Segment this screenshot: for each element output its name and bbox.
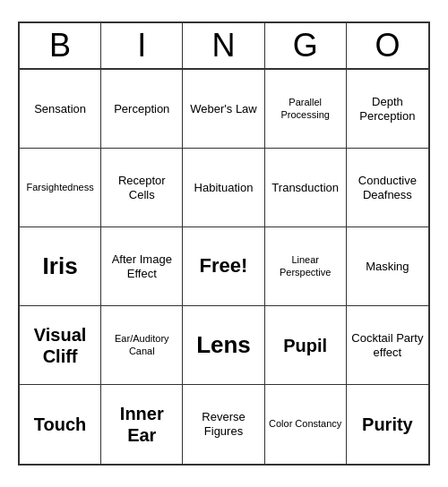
cell-2-3: Linear Perspective: [265, 227, 347, 306]
cell-3-2: Lens: [183, 306, 264, 385]
cell-2-1: After Image Effect: [101, 227, 183, 306]
cell-3-3: Pupil: [265, 306, 347, 385]
cell-0-4: Depth Perception: [347, 70, 428, 149]
cell-2-2: Free!: [183, 227, 264, 306]
cell-3-1: Ear/Auditory Canal: [101, 306, 183, 385]
cell-0-1: Perception: [101, 70, 183, 149]
bingo-letter-g: G: [265, 23, 347, 68]
cell-2-4: Masking: [347, 227, 428, 306]
cell-4-2: Reverse Figures: [183, 385, 264, 464]
cell-0-3: Parallel Processing: [265, 70, 347, 149]
cell-1-0: Farsightedness: [20, 149, 101, 227]
bingo-letter-n: N: [183, 23, 264, 68]
cell-4-0: Touch: [20, 385, 101, 464]
cell-0-2: Weber's Law: [183, 70, 264, 149]
bingo-letter-i: I: [101, 23, 183, 68]
cell-3-4: Cocktail Party effect: [347, 306, 428, 385]
cell-1-1: Receptor Cells: [101, 149, 183, 227]
cell-4-4: Purity: [347, 385, 428, 464]
bingo-letter-o: O: [347, 23, 428, 68]
cell-3-0: Visual Cliff: [20, 306, 101, 385]
cell-1-2: Habituation: [183, 149, 264, 227]
cell-0-0: Sensation: [20, 70, 101, 149]
bingo-grid: SensationPerceptionWeber's LawParallel P…: [20, 70, 428, 464]
bingo-header: BINGO: [20, 23, 428, 70]
cell-4-1: Inner Ear: [101, 385, 183, 464]
bingo-letter-b: B: [20, 23, 101, 68]
cell-1-4: Conductive Deafness: [347, 149, 428, 227]
cell-2-0: Iris: [20, 227, 101, 306]
cell-1-3: Transduction: [265, 149, 347, 227]
bingo-card: BINGO SensationPerceptionWeber's LawPara…: [18, 21, 430, 466]
cell-4-3: Color Constancy: [265, 385, 347, 464]
